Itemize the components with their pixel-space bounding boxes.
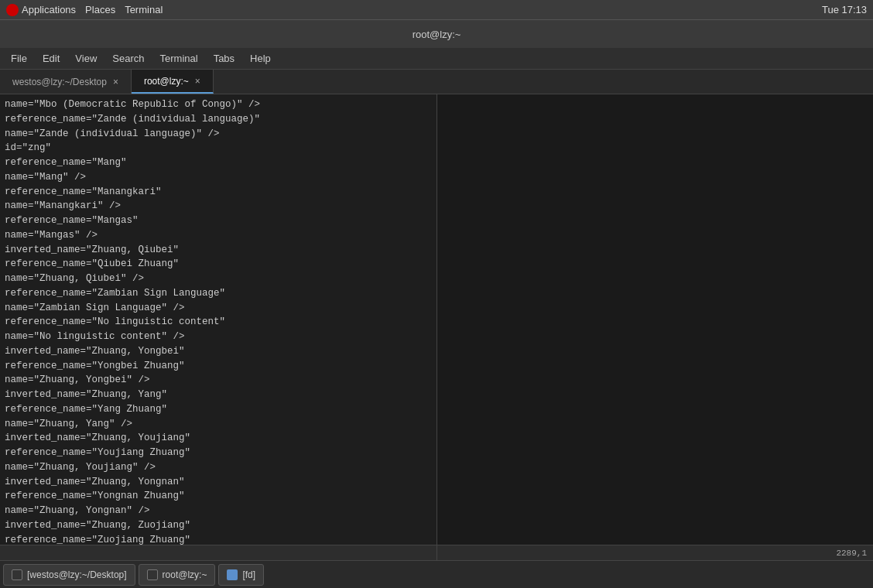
places-label: Places xyxy=(85,4,115,15)
system-time: Tue 17:13 xyxy=(822,4,867,15)
tab-root-label: root@lzy:~ xyxy=(144,76,189,87)
menu-tabs[interactable]: Tabs xyxy=(206,51,242,66)
places-menu[interactable]: Places xyxy=(85,4,115,15)
terminal-window: root@lzy:~ File Edit View Search Termina… xyxy=(0,20,873,560)
tab-root-close[interactable]: × xyxy=(195,76,200,87)
left-statusbar xyxy=(0,545,436,560)
taskbar-item-fd[interactable]: [fd] xyxy=(218,564,264,586)
files-icon xyxy=(227,569,238,580)
taskbar-label-root: root@lzy:~ xyxy=(163,569,207,580)
fedora-app-menu[interactable]: Applications xyxy=(6,4,76,16)
left-terminal-pane: name="Mbo (Democratic Republic of Congo)… xyxy=(0,94,436,560)
tab-westos-label: westos@lzy:~/Desktop xyxy=(12,77,107,87)
taskbar: [westos@lzy:~/Desktop] root@lzy:~ [fd] xyxy=(0,560,873,588)
menu-bar: File Edit View Search Terminal Tabs Help xyxy=(0,48,873,70)
menu-terminal[interactable]: Terminal xyxy=(152,51,206,66)
tab-bar: westos@lzy:~/Desktop × root@lzy:~ × xyxy=(0,70,873,94)
terminal-icon-root xyxy=(147,569,158,580)
terminal-menu-top[interactable]: Terminal xyxy=(125,4,163,15)
terminal-icon-westos xyxy=(12,569,22,580)
fedora-icon xyxy=(6,4,19,16)
terminal-label: Terminal xyxy=(125,4,163,15)
tab-westos[interactable]: westos@lzy:~/Desktop × xyxy=(0,70,132,94)
menu-search[interactable]: Search xyxy=(104,51,152,66)
taskbar-item-root[interactable]: root@lzy:~ xyxy=(139,564,216,586)
menu-view[interactable]: View xyxy=(67,51,104,66)
taskbar-label-westos: [westos@lzy:~/Desktop] xyxy=(27,569,127,580)
tab-westos-close[interactable]: × xyxy=(113,77,118,87)
right-terminal-output[interactable] xyxy=(437,94,873,545)
applications-label: Applications xyxy=(22,4,76,15)
terminal-content: name="Mbo (Democratic Republic of Congo)… xyxy=(0,94,873,560)
title-bar: root@lzy:~ xyxy=(0,20,873,48)
right-terminal-pane: 2289,1 xyxy=(437,94,873,560)
tab-root[interactable]: root@lzy:~ × xyxy=(132,70,214,94)
right-pane: 2289,1 xyxy=(437,94,873,560)
right-status-right: 2289,1 xyxy=(836,549,867,558)
menu-edit[interactable]: Edit xyxy=(35,51,67,66)
taskbar-item-westos[interactable]: [westos@lzy:~/Desktop] xyxy=(3,564,135,586)
menu-help[interactable]: Help xyxy=(242,51,279,66)
system-bar-left: Applications Places Terminal xyxy=(6,4,163,16)
right-statusbar: 2289,1 xyxy=(437,545,873,560)
left-pane: name="Mbo (Democratic Republic of Congo)… xyxy=(0,94,437,560)
left-terminal-output[interactable]: name="Mbo (Democratic Republic of Congo)… xyxy=(0,94,436,545)
window-title: root@lzy:~ xyxy=(413,29,461,40)
menu-file[interactable]: File xyxy=(3,51,35,66)
system-bar: Applications Places Terminal Tue 17:13 xyxy=(0,0,873,20)
taskbar-label-fd: [fd] xyxy=(242,569,255,580)
